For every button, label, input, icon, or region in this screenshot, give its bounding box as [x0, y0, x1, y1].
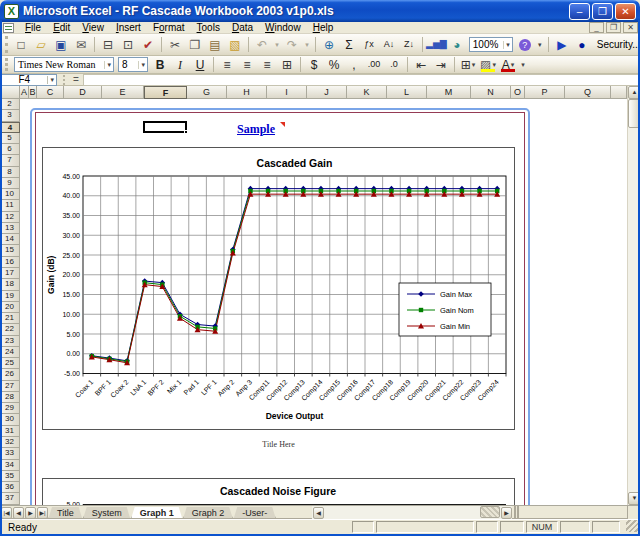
cut-icon[interactable]: ✂ — [165, 36, 185, 53]
menu-edit[interactable]: Edit — [47, 22, 76, 34]
align-left-icon[interactable]: ≡ — [217, 56, 237, 73]
print-preview-icon[interactable]: ⊡ — [118, 36, 138, 53]
comma-icon[interactable]: , — [344, 56, 364, 73]
zoom-combo[interactable]: 100%▾ — [469, 37, 513, 52]
chevron-down-icon[interactable]: ▾ — [492, 61, 496, 69]
row-header-27[interactable]: 27 — [0, 381, 20, 392]
scroll-right-icon[interactable]: ▶ — [501, 507, 512, 519]
row-header-21[interactable]: 21 — [0, 313, 20, 324]
minimize-button[interactable]: – — [569, 3, 590, 20]
menu-file[interactable]: File — [19, 22, 47, 34]
currency-icon[interactable]: $ — [304, 56, 324, 73]
equals-button[interactable]: = — [69, 74, 83, 85]
decrease-indent-icon[interactable]: ⇤ — [411, 56, 431, 73]
percent-icon[interactable]: % — [324, 56, 344, 73]
column-header-I[interactable]: I — [267, 86, 307, 99]
last-sheet-icon[interactable]: ▶| — [37, 507, 48, 519]
toolbar-grip[interactable] — [5, 36, 8, 53]
menu-data[interactable]: Data — [226, 22, 259, 34]
run-macro-icon[interactable]: ▶ — [552, 36, 572, 53]
security-button[interactable]: Security... — [592, 39, 640, 50]
row-header-13[interactable]: 13 — [0, 223, 20, 234]
row-header-36[interactable]: 36 — [0, 482, 20, 493]
row-header-4[interactable]: 4 — [0, 122, 20, 133]
row-header-11[interactable]: 11 — [0, 200, 20, 211]
insert-hyperlink-icon[interactable]: ⊕ — [319, 36, 339, 53]
column-header-L[interactable]: L — [387, 86, 427, 99]
workbook-close-button[interactable]: ✕ — [623, 22, 638, 33]
menu-window[interactable]: Window — [259, 22, 307, 34]
format-painter-icon[interactable]: ▧ — [225, 36, 245, 53]
horizontal-scroll-thumb[interactable] — [480, 506, 500, 518]
column-header-M[interactable]: M — [427, 86, 471, 99]
chevron-down-icon[interactable]: ▾ — [138, 61, 147, 69]
row-header-28[interactable]: 28 — [0, 392, 20, 403]
row-header-24[interactable]: 24 — [0, 347, 20, 358]
fill-handle[interactable] — [184, 130, 188, 134]
column-header-J[interactable]: J — [307, 86, 347, 99]
tab-split-handle[interactable] — [514, 506, 519, 518]
sample-hyperlink[interactable]: Sample — [237, 122, 275, 137]
row-header-34[interactable]: 34 — [0, 460, 20, 471]
menu-insert[interactable]: Insert — [110, 22, 147, 34]
chevron-down-icon[interactable]: ▾ — [472, 61, 476, 69]
row-header-33[interactable]: 33 — [0, 448, 20, 459]
font-size-combo[interactable]: 8 ▾ — [118, 57, 148, 72]
row-header-37[interactable]: 37 — [0, 493, 20, 504]
workbook-restore-button[interactable]: ❐ — [606, 22, 621, 33]
row-header-5[interactable]: 5 — [0, 133, 20, 144]
new-document-icon[interactable]: □ — [11, 36, 31, 53]
row-header-19[interactable]: 19 — [0, 291, 20, 302]
chevron-down-icon[interactable]: ▾ — [47, 76, 56, 84]
print-icon[interactable]: ⊟ — [98, 36, 118, 53]
row-header-10[interactable]: 10 — [0, 189, 20, 200]
chevron-down-icon[interactable]: ▾ — [511, 61, 515, 69]
column-header-C[interactable]: C — [37, 86, 64, 99]
cascaded-gain-chart[interactable]: -5.000.005.0010.0015.0020.0025.0030.0035… — [42, 147, 515, 430]
resize-grip[interactable] — [626, 520, 638, 532]
select-all-corner[interactable] — [0, 86, 20, 99]
name-box[interactable]: F4 ▾ — [0, 74, 57, 86]
row-header-35[interactable]: 35 — [0, 471, 20, 482]
decrease-decimal-icon[interactable]: .0 — [384, 56, 404, 73]
horizontal-scroll-track[interactable] — [324, 506, 500, 519]
column-header-G[interactable]: G — [187, 86, 227, 99]
row-header-18[interactable]: 18 — [0, 279, 20, 290]
save-icon[interactable]: ▣ — [51, 36, 71, 53]
toolbar-grip[interactable] — [5, 58, 9, 72]
row-header-32[interactable]: 32 — [0, 437, 20, 448]
row-header-20[interactable]: 20 — [0, 302, 20, 313]
increase-decimal-icon[interactable]: .00 — [364, 56, 384, 73]
column-header-F[interactable]: F — [144, 86, 187, 99]
paste-icon[interactable]: ▤ — [205, 36, 225, 53]
row-header-9[interactable]: 9 — [0, 178, 20, 189]
previous-sheet-icon[interactable]: ◀ — [13, 507, 24, 519]
column-header-Q[interactable]: Q — [565, 86, 611, 99]
sort-descending-icon[interactable]: Z↓ — [399, 36, 419, 53]
row-header-2[interactable]: 2 — [0, 99, 20, 110]
column-header-E[interactable]: E — [102, 86, 144, 99]
record-macro-icon[interactable]: ● — [572, 36, 592, 53]
menu-format[interactable]: Format — [147, 22, 191, 34]
redo-dropdown-icon[interactable]: ▾ — [302, 36, 312, 53]
help-icon[interactable]: ? — [515, 36, 535, 53]
chevron-down-icon[interactable]: ▾ — [104, 61, 113, 69]
toolbar-options-icon[interactable]: ▾ — [535, 36, 545, 53]
row-header-8[interactable]: 8 — [0, 167, 20, 178]
next-sheet-icon[interactable]: ▶ — [25, 507, 36, 519]
active-cell-F4[interactable] — [143, 121, 187, 133]
sort-ascending-icon[interactable]: A↓ — [379, 36, 399, 53]
open-icon[interactable]: ▱ — [31, 36, 51, 53]
row-header-3[interactable]: 3 — [0, 110, 20, 121]
row-header-22[interactable]: 22 — [0, 324, 20, 335]
horizontal-scrollbar[interactable]: ◀ ▶ — [312, 506, 512, 519]
drawing-icon[interactable]: ◕ — [447, 36, 467, 53]
borders-icon[interactable]: ⊞▾ — [458, 56, 478, 73]
menu-tools[interactable]: Tools — [191, 22, 226, 34]
align-center-icon[interactable]: ≡ — [237, 56, 257, 73]
redo-icon[interactable]: ↷ — [282, 36, 302, 53]
underline-button[interactable]: U — [190, 56, 210, 73]
chart-wizard-icon[interactable]: ▂▅▇ — [426, 36, 447, 53]
workbook-minimize-button[interactable]: _ — [589, 22, 604, 33]
increase-indent-icon[interactable]: ⇥ — [431, 56, 451, 73]
